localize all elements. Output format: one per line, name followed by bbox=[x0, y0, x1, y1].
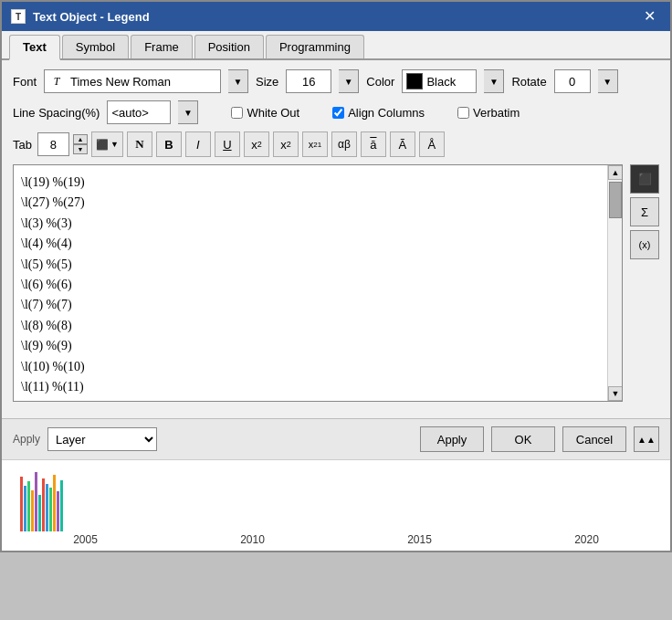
font-dropdown-arrow[interactable]: ▼ bbox=[228, 69, 248, 93]
cancel-button[interactable]: Cancel bbox=[562, 426, 626, 452]
line-spacing-dropdown-arrow[interactable]: ▼ bbox=[178, 100, 198, 124]
chart-line-11 bbox=[57, 491, 59, 531]
text-line: \l(5) %(5) bbox=[21, 255, 604, 275]
text-area-wrapper: \l(19) %(19)\l(27) %(27)\l(3) %(3)\l(4) … bbox=[13, 164, 623, 402]
x-label-2005: 2005 bbox=[73, 533, 98, 546]
chart-lines bbox=[20, 468, 652, 531]
apply-button[interactable]: Apply bbox=[420, 426, 484, 452]
close-button[interactable]: ✕ bbox=[638, 7, 661, 26]
scroll-up-arrow[interactable]: ▲ bbox=[608, 165, 623, 180]
white-out-checkbox[interactable] bbox=[231, 107, 243, 119]
line-spacing-value: <auto> bbox=[111, 106, 149, 120]
font-icon: T bbox=[48, 73, 65, 89]
chart-line-1 bbox=[20, 477, 23, 531]
overline-btn[interactable]: ā bbox=[361, 131, 386, 157]
text-line: \l(4) %(4) bbox=[21, 234, 604, 254]
spin-wrapper: ▲ ▼ bbox=[73, 134, 88, 154]
tabs-container: Text Symbol Frame Position Programming bbox=[2, 31, 670, 60]
tab-text[interactable]: Text bbox=[9, 35, 60, 60]
text-line: \l(7) %(7) bbox=[21, 295, 604, 315]
title-icon: T bbox=[11, 9, 26, 24]
chart-line-5 bbox=[35, 472, 37, 531]
content-area: Font T Times New Roman ▼ Size 16 ▼ Color… bbox=[2, 60, 670, 418]
x-axis-labels: 2005 2010 2015 2020 bbox=[2, 533, 670, 546]
greek-btn[interactable]: αβ bbox=[331, 131, 357, 157]
tab-symbol[interactable]: Symbol bbox=[62, 35, 129, 58]
align-columns-label: Align Columns bbox=[332, 106, 425, 120]
text-line: \l(19) %(19) bbox=[21, 173, 604, 193]
text-box-icon: ⬛ bbox=[96, 139, 109, 151]
title-bar: T Text Object - Legend ✕ bbox=[2, 2, 670, 31]
dialog-title: Text Object - Legend bbox=[33, 10, 150, 24]
verbatim-label: Verbatim bbox=[457, 106, 520, 120]
chevron-button[interactable]: ▲▲ bbox=[634, 426, 659, 452]
spin-up[interactable]: ▲ bbox=[73, 134, 88, 144]
x-label-2015: 2015 bbox=[407, 533, 432, 546]
text-line: \l(9) %(9) bbox=[21, 336, 604, 356]
tab-frame[interactable]: Frame bbox=[131, 35, 193, 58]
align-columns-checkbox[interactable] bbox=[332, 107, 344, 119]
rotate-label: Rotate bbox=[511, 75, 546, 89]
sigma-btn[interactable]: Σ bbox=[630, 197, 659, 226]
apply-left-label[interactable]: Apply bbox=[13, 433, 40, 446]
chart-line-4 bbox=[31, 490, 34, 531]
text-area-content[interactable]: \l(19) %(19)\l(27) %(27)\l(3) %(3)\l(4) … bbox=[14, 165, 622, 401]
x-label-2020: 2020 bbox=[574, 533, 599, 546]
supsub-btn[interactable]: x21 bbox=[302, 131, 328, 157]
ring-btn[interactable]: Å bbox=[419, 131, 445, 157]
font-value: Times New Roman bbox=[70, 75, 216, 89]
text-line: \l(11) %(11) bbox=[21, 377, 604, 397]
layer-select[interactable]: Layer Page Graph bbox=[47, 427, 157, 451]
text-line: \l(3) %(3) bbox=[21, 214, 604, 234]
ok-button[interactable]: OK bbox=[491, 426, 555, 452]
italic-btn[interactable]: I bbox=[185, 131, 211, 157]
verbatim-checkbox[interactable] bbox=[457, 107, 469, 119]
insert-symbol-btn[interactable]: ⬛ bbox=[630, 164, 659, 194]
dropdown-arrow-icon: ▼ bbox=[110, 140, 119, 149]
rotate-dropdown-arrow[interactable]: ▼ bbox=[598, 69, 618, 93]
chart-line-7 bbox=[42, 478, 45, 531]
text-line: \l(6) %(6) bbox=[21, 275, 604, 295]
footer-right: Apply OK Cancel ▲▲ bbox=[420, 426, 659, 452]
text-line: \l(27) %(27) bbox=[21, 193, 604, 213]
size-label: Size bbox=[256, 75, 278, 89]
sigma-icon: Σ bbox=[641, 205, 648, 219]
tab-position[interactable]: Position bbox=[194, 35, 264, 58]
rotate-value-box: 0 bbox=[554, 69, 591, 93]
x-label-2010: 2010 bbox=[240, 533, 265, 546]
line-spacing-wrapper: <auto> bbox=[107, 100, 171, 124]
chart-line-10 bbox=[53, 475, 56, 531]
tilde-btn[interactable]: Ã bbox=[390, 131, 415, 157]
scroll-thumb[interactable] bbox=[609, 182, 622, 218]
tab-programming[interactable]: Programming bbox=[266, 35, 364, 58]
variable-btn[interactable]: (x) bbox=[630, 230, 659, 259]
subscript-btn[interactable]: x2 bbox=[273, 131, 299, 157]
size-value-box: 16 bbox=[286, 69, 331, 93]
tab-input[interactable]: 8 bbox=[37, 132, 69, 156]
chevron-up-icon: ▲▲ bbox=[637, 435, 656, 445]
color-select-wrapper: Black bbox=[402, 69, 477, 93]
underline-btn[interactable]: U bbox=[215, 131, 240, 157]
superscript-btn[interactable]: x2 bbox=[244, 131, 269, 157]
main-area: \l(19) %(19)\l(27) %(27)\l(3) %(3)\l(4) … bbox=[13, 164, 659, 409]
bold-btn[interactable]: B bbox=[156, 131, 182, 157]
title-bar-left: T Text Object - Legend bbox=[11, 9, 150, 24]
color-dropdown-arrow[interactable]: ▼ bbox=[484, 69, 504, 93]
footer-left: Apply Layer Page Graph bbox=[13, 427, 157, 451]
normal-btn[interactable]: N bbox=[127, 131, 152, 157]
text-box-btn[interactable]: ⬛ ▼ bbox=[91, 131, 123, 157]
font-row: Font T Times New Roman ▼ Size 16 ▼ Color… bbox=[13, 69, 659, 93]
font-label: Font bbox=[13, 75, 37, 89]
color-value: Black bbox=[426, 75, 472, 89]
size-dropdown-arrow[interactable]: ▼ bbox=[339, 69, 359, 93]
text-line: \l(10) %(10) bbox=[21, 357, 604, 377]
preview-content: 2005 2010 2015 2020 bbox=[2, 460, 670, 551]
size-value: 16 bbox=[302, 75, 315, 89]
text-line: \l(8) %(8) bbox=[21, 316, 604, 336]
chart-line-2 bbox=[24, 486, 26, 531]
variable-icon: (x) bbox=[639, 239, 651, 250]
scroll-down-arrow[interactable]: ▼ bbox=[608, 386, 623, 401]
options-row: Line Spacing(%) <auto> ▼ White Out Align… bbox=[13, 100, 659, 124]
spin-down[interactable]: ▼ bbox=[73, 144, 88, 154]
chart-line-6 bbox=[38, 495, 41, 531]
